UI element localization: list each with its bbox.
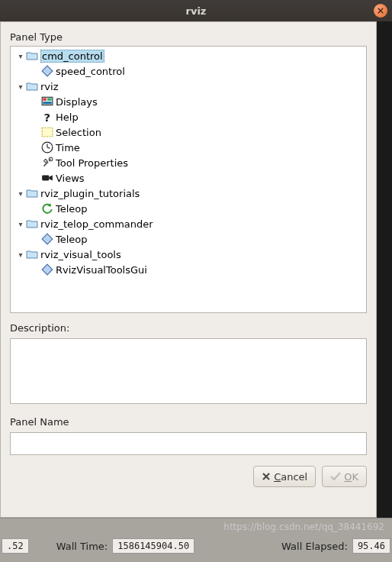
tree-item[interactable]: Teleop bbox=[11, 201, 366, 216]
folder-icon bbox=[26, 80, 38, 92]
tree-item[interactable]: Time bbox=[11, 140, 366, 155]
panel-name-input[interactable] bbox=[10, 432, 367, 455]
folder-icon bbox=[26, 50, 38, 62]
watermark-text: https://blog.csdn.net/qq_38441692 bbox=[0, 518, 392, 535]
expand-arrow-icon[interactable]: ▾ bbox=[15, 220, 26, 228]
expand-arrow-icon[interactable]: ▾ bbox=[15, 250, 26, 259]
title-bar: rviz bbox=[0, 0, 392, 21]
expand-arrow-icon[interactable]: ▾ bbox=[15, 52, 26, 60]
description-label: Description: bbox=[10, 322, 367, 334]
ok-button[interactable]: OK bbox=[322, 466, 367, 487]
tree-item-label: Displays bbox=[56, 96, 98, 108]
cancel-icon bbox=[262, 472, 271, 481]
tree-item-label: rviz_plugin_tutorials bbox=[40, 188, 140, 199]
svg-rect-5 bbox=[42, 128, 53, 136]
status-left-value: .52 bbox=[2, 538, 29, 554]
selection-icon bbox=[41, 126, 53, 138]
ok-icon bbox=[330, 472, 341, 481]
tree-item[interactable]: ▾cmd_control bbox=[11, 48, 366, 63]
svg-rect-1 bbox=[43, 98, 47, 100]
expand-arrow-icon[interactable]: ▾ bbox=[15, 82, 26, 91]
displays-icon bbox=[41, 95, 53, 108]
description-box bbox=[10, 338, 367, 404]
diamond-icon bbox=[41, 263, 53, 276]
background-edge bbox=[377, 21, 392, 518]
refresh-icon bbox=[41, 202, 53, 215]
window-close-button[interactable] bbox=[374, 4, 387, 18]
tree-item[interactable]: Teleop bbox=[11, 231, 366, 247]
folder-icon bbox=[26, 187, 38, 199]
tree-item-label: Views bbox=[56, 173, 85, 184]
tree-item[interactable]: RvizVisualToolsGui bbox=[11, 262, 366, 277]
tree-item[interactable]: ▾rviz_visual_tools bbox=[11, 247, 366, 262]
wall-time-label: Wall Time: bbox=[53, 541, 111, 552]
tree-item[interactable]: speed_control bbox=[11, 63, 366, 79]
folder-icon bbox=[26, 218, 38, 230]
tree-item-label: Help bbox=[56, 111, 79, 123]
tree-item[interactable]: ▾rviz_plugin_tutorials bbox=[11, 186, 366, 201]
panel-type-tree[interactable]: ▾cmd_controlspeed_control▾rvizDisplays?H… bbox=[10, 46, 367, 313]
panel-type-label: Panel Type bbox=[10, 31, 367, 43]
window-title: rviz bbox=[5, 5, 387, 17]
tree-item-label: Teleop bbox=[56, 234, 88, 245]
close-icon bbox=[378, 8, 384, 14]
diamond-icon bbox=[41, 233, 53, 245]
tree-item[interactable]: ?Help bbox=[11, 109, 366, 124]
tree-item-label: speed_control bbox=[56, 66, 125, 77]
clock-icon bbox=[41, 141, 53, 153]
tree-item[interactable]: Views bbox=[11, 170, 366, 186]
tree-item-label: rviz_telop_commander bbox=[40, 218, 153, 230]
status-bar: https://blog.csdn.net/qq_38441692 .52 Wa… bbox=[0, 518, 392, 562]
panel-name-label: Panel Name bbox=[10, 416, 367, 428]
tree-item-label: rviz_visual_tools bbox=[40, 249, 121, 260]
expand-arrow-icon[interactable]: ▾ bbox=[15, 189, 26, 198]
wall-time-value: 1586145904.50 bbox=[112, 538, 194, 554]
tree-item-label: Selection bbox=[56, 127, 101, 138]
folder-icon bbox=[26, 248, 38, 260]
wall-elapsed-label: Wall Elapsed: bbox=[278, 541, 351, 552]
tree-item[interactable]: ▾rviz_telop_commander bbox=[11, 216, 366, 231]
tree-item-label: cmd_control bbox=[40, 50, 104, 63]
tree-item-label: RvizVisualToolsGui bbox=[56, 264, 147, 276]
svg-rect-8 bbox=[42, 176, 49, 181]
diamond-icon bbox=[41, 65, 53, 77]
svg-rect-3 bbox=[43, 102, 51, 104]
tree-item[interactable]: ▾rviz bbox=[11, 79, 366, 94]
help-icon: ? bbox=[41, 111, 53, 123]
tree-item-label: Teleop bbox=[56, 203, 88, 215]
tools-icon bbox=[41, 157, 53, 169]
tree-item-label: Time bbox=[56, 142, 80, 153]
tree-item[interactable]: Tool Properties bbox=[11, 155, 366, 170]
svg-point-7 bbox=[49, 157, 53, 161]
tree-item-label: rviz bbox=[40, 81, 58, 92]
svg-text:?: ? bbox=[43, 111, 50, 123]
views-icon bbox=[41, 172, 53, 184]
wall-elapsed-value: 95.46 bbox=[352, 538, 390, 554]
tree-item[interactable]: Selection bbox=[11, 124, 366, 140]
dialog: Panel Type ▾cmd_controlspeed_control▾rvi… bbox=[0, 21, 377, 518]
svg-rect-2 bbox=[47, 98, 52, 100]
tree-item-label: Tool Properties bbox=[56, 157, 128, 169]
cancel-button[interactable]: Cancel bbox=[253, 466, 316, 487]
tree-item[interactable]: Displays bbox=[11, 94, 366, 109]
